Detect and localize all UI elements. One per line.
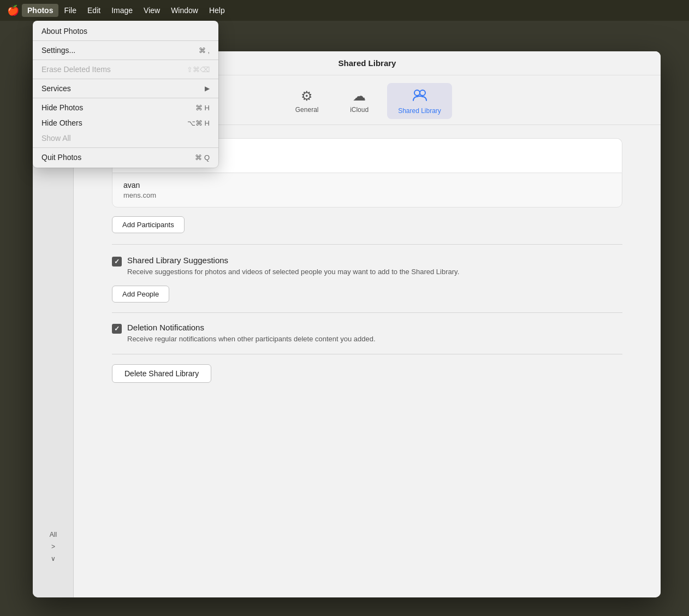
menu-item-erase-shortcut: ⇧⌘⌫ — [187, 66, 210, 74]
suggestions-text-block: Shared Library Suggestions Receive sugge… — [127, 256, 459, 277]
menu-item-quit-photos[interactable]: Quit Photos ⌘ Q — [33, 150, 218, 165]
member-card-1: avan mens.com — [112, 173, 622, 208]
shared-library-icon — [412, 87, 428, 105]
menu-item-about-photos-label: About Photos — [41, 27, 87, 35]
menu-separator-4 — [33, 98, 218, 98]
menubar-item-image[interactable]: Image — [106, 4, 138, 17]
sidebar-footer-all[interactable]: All — [47, 529, 59, 541]
menu-item-quit-label: Quit Photos — [41, 153, 81, 162]
menu-item-settings-shortcut: ⌘ , — [199, 46, 210, 55]
menubar-item-file[interactable]: File — [58, 4, 82, 17]
photos-dropdown-menu: About Photos Settings... ⌘ , Erase Delet… — [33, 21, 218, 168]
add-participants-button[interactable]: Add Participants — [112, 216, 185, 233]
menu-item-show-all[interactable]: Show All — [33, 131, 218, 146]
menu-item-show-all-label: Show All — [41, 134, 71, 143]
tab-icloud[interactable]: ☁ iCloud — [335, 84, 384, 118]
deletion-description: Receive regular notifications when other… — [127, 334, 376, 344]
tab-general[interactable]: ⚙ General — [282, 84, 331, 118]
menu-item-hide-photos[interactable]: Hide Photos ⌘ H — [33, 100, 218, 115]
apple-menu-icon[interactable]: 🍎 — [4, 0, 22, 21]
menu-item-quit-shortcut: ⌘ Q — [195, 153, 210, 162]
icloud-icon: ☁ — [353, 88, 366, 104]
menu-separator-2 — [33, 60, 218, 60]
add-people-button[interactable]: Add People — [112, 286, 169, 303]
menubar-item-view[interactable]: View — [138, 4, 165, 17]
suggestions-checkbox-row: ✓ Shared Library Suggestions Receive sug… — [112, 256, 622, 277]
menu-item-hide-others-label: Hide Others — [41, 119, 82, 127]
member-name-1: avan — [123, 181, 611, 189]
tab-general-label: General — [295, 106, 319, 114]
divider-3 — [112, 354, 622, 354]
menu-item-hide-photos-label: Hide Photos — [41, 103, 83, 112]
gear-icon: ⚙ — [301, 88, 313, 104]
submenu-arrow-icon: ▶ — [205, 85, 210, 92]
menu-separator-3 — [33, 79, 218, 79]
tab-shared-library[interactable]: Shared Library — [387, 83, 452, 119]
menu-item-hide-others-shortcut: ⌥⌘ H — [187, 119, 210, 127]
menubar: 🍎 Photos File Edit Image View Window Hel… — [0, 0, 689, 21]
menu-item-erase-deleted[interactable]: Erase Deleted Items ⇧⌘⌫ — [33, 62, 218, 77]
menu-item-settings-label: Settings... — [41, 46, 75, 55]
deletion-text-block: Deletion Notifications Receive regular n… — [127, 323, 376, 344]
deletion-checkbox[interactable]: ✓ — [112, 324, 122, 334]
tab-icloud-label: iCloud — [350, 106, 369, 114]
svg-point-0 — [414, 90, 420, 96]
menubar-item-edit[interactable]: Edit — [82, 4, 106, 17]
menubar-item-photos[interactable]: Photos — [22, 4, 58, 17]
suggestions-checkbox[interactable]: ✓ — [112, 257, 122, 266]
menubar-item-help[interactable]: Help — [204, 4, 230, 17]
suggestions-title: Shared Library Suggestions — [127, 256, 459, 265]
suggestions-description: Receive suggestions for photos and video… — [127, 267, 459, 277]
menu-item-services-label: Services — [41, 84, 71, 93]
deletion-checkmark-icon: ✓ — [114, 325, 120, 333]
menu-item-erase-label: Erase Deleted Items — [41, 65, 111, 74]
sidebar-footer-arrow[interactable]: > — [49, 541, 57, 553]
menu-item-about-photos[interactable]: About Photos — [33, 23, 218, 39]
delete-shared-library-button[interactable]: Delete Shared Library — [112, 364, 211, 383]
menu-item-services[interactable]: Services ▶ — [33, 81, 218, 96]
menu-separator-1 — [33, 40, 218, 41]
menu-item-hide-others[interactable]: Hide Others ⌥⌘ H — [33, 115, 218, 131]
sidebar-footer-chevron[interactable]: ∨ — [49, 553, 58, 565]
deletion-checkbox-row: ✓ Deletion Notifications Receive regular… — [112, 323, 622, 344]
menu-item-settings[interactable]: Settings... ⌘ , — [33, 43, 218, 58]
page-title: Shared Library — [338, 58, 396, 68]
divider-1 — [112, 244, 622, 245]
checkmark-icon: ✓ — [114, 258, 120, 265]
dropdown-menu-container: About Photos Settings... ⌘ , Erase Delet… — [33, 21, 218, 168]
menu-separator-5 — [33, 147, 218, 148]
svg-point-1 — [420, 90, 425, 96]
divider-2 — [112, 312, 622, 313]
menubar-item-window[interactable]: Window — [165, 4, 204, 17]
deletion-section: ✓ Deletion Notifications Receive regular… — [112, 323, 622, 344]
member-email-1: mens.com — [123, 191, 611, 199]
tab-shared-library-label: Shared Library — [398, 107, 441, 115]
suggestions-section: ✓ Shared Library Suggestions Receive sug… — [112, 256, 622, 303]
menu-item-hide-photos-shortcut: ⌘ H — [195, 104, 210, 112]
deletion-title: Deletion Notifications — [127, 323, 376, 332]
